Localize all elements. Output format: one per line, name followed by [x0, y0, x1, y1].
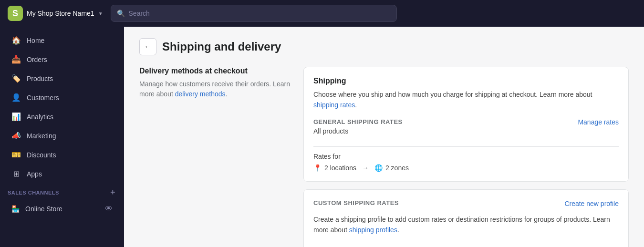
topbar: S My Shop Store Name1 ▼ 🔍	[0, 0, 644, 27]
sidebar-label-products: Products	[27, 75, 53, 82]
sidebar-label-discounts: Discounts	[27, 151, 56, 159]
locations-count: 2 locations	[324, 164, 356, 172]
page-header: ← Shipping and delivery	[139, 38, 629, 55]
custom-shipping-card: CUSTOM SHIPPING RATES Create new profile…	[303, 189, 629, 247]
back-button[interactable]: ←	[139, 38, 156, 55]
products-icon: 🏷️	[11, 74, 21, 83]
zones-item: 🌐 2 zones	[374, 164, 409, 172]
main-layout: 🏠 Home 📥 Orders 🏷️ Products 👤 Customers …	[0, 27, 644, 247]
sales-channels-label: SALES CHANNELS	[8, 190, 59, 196]
sidebar-item-products[interactable]: 🏷️ Products	[4, 69, 120, 88]
add-sales-channel-icon[interactable]: ＋	[109, 187, 117, 197]
apps-icon: ⊞	[11, 169, 21, 178]
delivery-methods-heading: Delivery methods at checkout	[139, 67, 292, 75]
sidebar-label-apps: Apps	[27, 170, 42, 178]
sidebar-item-online-store[interactable]: 🏪 Online Store 👁	[4, 200, 120, 218]
arrow-icon: →	[362, 164, 369, 172]
shipping-card: Shipping Choose where you ship and how m…	[303, 67, 629, 182]
custom-desc-part2: .	[397, 226, 399, 234]
sidebar-label-marketing: Marketing	[27, 132, 56, 140]
store-logo[interactable]: S My Shop Store Name1 ▼	[8, 6, 103, 21]
marketing-icon: 📣	[11, 131, 21, 140]
store-name-label: My Shop Store Name1	[27, 10, 94, 17]
general-rates-left: GENERAL SHIPPING RATES All products	[313, 118, 403, 141]
zone-icon: 🌐	[374, 164, 383, 172]
right-column: Shipping Choose where you ship and how m…	[303, 67, 629, 247]
sidebar-item-customers[interactable]: 👤 Customers	[4, 88, 120, 107]
sidebar-label-orders: Orders	[27, 56, 47, 63]
shipping-desc-part2: .	[355, 101, 357, 109]
left-column: Delivery methods at checkout Manage how …	[139, 67, 292, 99]
shipping-card-description: Choose where you ship and how much you c…	[313, 89, 619, 111]
sidebar-item-orders[interactable]: 📥 Orders	[4, 50, 120, 69]
discounts-icon: 🎫	[11, 150, 21, 159]
all-products-label: All products	[313, 127, 403, 135]
shipping-rates-link[interactable]: shipping rates	[313, 101, 355, 109]
custom-rates-label: CUSTOM SHIPPING RATES	[313, 199, 399, 206]
store-dropdown-icon: ▼	[98, 11, 103, 16]
sidebar-label-online-store: Online Store	[25, 205, 62, 213]
custom-rates-header: CUSTOM SHIPPING RATES Create new profile	[313, 199, 619, 208]
customers-icon: 👤	[11, 93, 21, 102]
delivery-methods-link[interactable]: delivery methods	[175, 90, 226, 98]
two-col-layout: Delivery methods at checkout Manage how …	[139, 67, 629, 247]
manage-rates-link[interactable]: Manage rates	[578, 118, 619, 126]
rates-for-label: Rates for	[313, 153, 619, 160]
custom-rates-description: Create a shipping profile to add custom …	[313, 214, 619, 236]
general-rates-label: GENERAL SHIPPING RATES	[313, 118, 403, 125]
shipping-card-title: Shipping	[313, 77, 619, 85]
location-icon: 📍	[313, 164, 322, 172]
search-icon: 🔍	[117, 10, 125, 17]
general-rates-header: GENERAL SHIPPING RATES All products Mana…	[313, 118, 619, 141]
home-icon: 🏠	[11, 36, 21, 45]
rates-row: 📍 2 locations → 🌐 2 zones	[313, 164, 619, 172]
online-store-icon: 🏪	[11, 205, 20, 213]
sidebar-item-marketing[interactable]: 📣 Marketing	[4, 126, 120, 145]
eye-icon[interactable]: 👁	[105, 205, 113, 213]
sales-channels-section: SALES CHANNELS ＋	[0, 184, 124, 199]
sidebar-item-home[interactable]: 🏠 Home	[4, 31, 120, 50]
locations-item: 📍 2 locations	[313, 164, 356, 172]
sidebar-label-home: Home	[27, 37, 44, 44]
orders-icon: 📥	[11, 55, 21, 64]
sidebar-item-apps[interactable]: ⊞ Apps	[4, 165, 120, 183]
sidebar-item-analytics[interactable]: 📊 Analytics	[4, 107, 120, 126]
sidebar-label-customers: Customers	[27, 94, 59, 102]
zones-count: 2 zones	[385, 164, 409, 172]
page-title: Shipping and delivery	[162, 40, 281, 53]
delivery-desc-suffix: .	[226, 90, 228, 98]
content-area: ← Shipping and delivery Delivery methods…	[124, 27, 644, 247]
delivery-methods-description: Manage how customers receive their order…	[139, 79, 292, 99]
analytics-icon: 📊	[11, 112, 21, 121]
rates-divider	[313, 146, 619, 147]
search-bar[interactable]: 🔍	[111, 5, 397, 22]
shopify-icon: S	[8, 6, 23, 21]
sidebar-label-analytics: Analytics	[27, 113, 53, 121]
shipping-desc-part1: Choose where you ship and how much you c…	[313, 91, 592, 98]
sidebar: 🏠 Home 📥 Orders 🏷️ Products 👤 Customers …	[0, 27, 124, 247]
create-profile-link[interactable]: Create new profile	[564, 200, 619, 207]
shipping-profiles-link[interactable]: shipping profiles	[349, 226, 397, 234]
search-input[interactable]	[129, 10, 391, 17]
sidebar-item-discounts[interactable]: 🎫 Discounts	[4, 145, 120, 164]
